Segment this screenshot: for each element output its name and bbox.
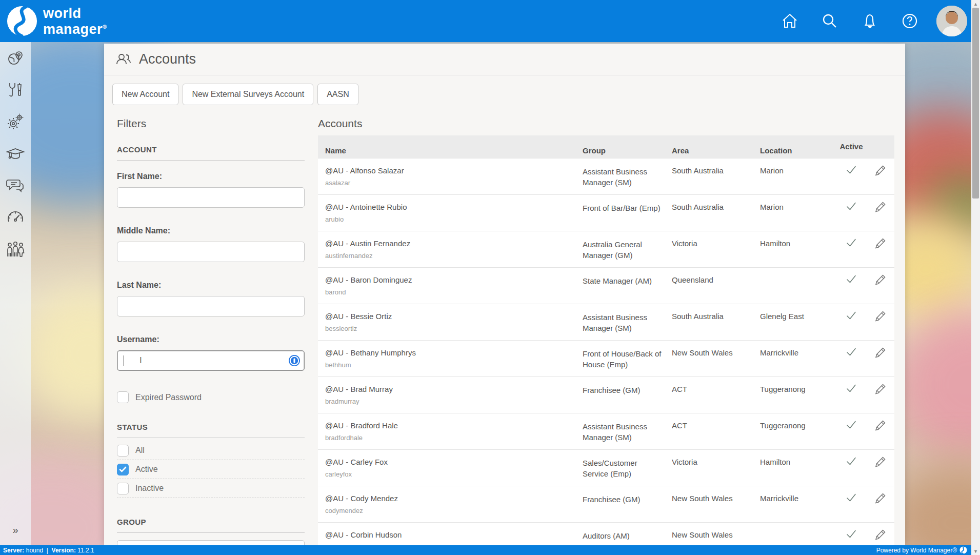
status-option-label: Active [135, 465, 158, 474]
edit-cell [867, 486, 894, 522]
sidebar-item-accounts[interactable] [0, 233, 31, 265]
powered-by[interactable]: Powered by World Manager® [876, 546, 967, 554]
notifications-icon[interactable] [861, 12, 878, 30]
edit-cell [867, 376, 894, 413]
edit-cell [867, 449, 894, 486]
home-icon[interactable] [781, 12, 798, 30]
filter-field-wrap [117, 181, 305, 208]
column-header-location: Location [754, 135, 836, 158]
account-name: @AU - Brad Murray [325, 385, 569, 393]
middlename-input[interactable] [117, 242, 305, 262]
account-location: Tuggeranong [754, 413, 836, 449]
filters-section-status: STATUS [117, 423, 305, 431]
sidebar-item-system-tools[interactable] [0, 74, 31, 106]
account-group: Assistant Business Manager (SM) [574, 304, 667, 340]
account-group: Franchisee (GM) [574, 376, 667, 413]
edit-pencil-icon[interactable] [875, 347, 886, 359]
sidebar-item-communication[interactable] [0, 169, 31, 201]
column-header-edit [867, 135, 894, 158]
edit-pencil-icon[interactable] [875, 420, 886, 432]
edit-pencil-icon[interactable] [875, 456, 886, 468]
column-header-active: Active [836, 135, 867, 158]
search-icon[interactable] [821, 12, 838, 30]
account-area: ACT [667, 376, 754, 413]
help-icon[interactable] [901, 12, 918, 30]
status-option-all[interactable]: All [117, 441, 305, 460]
account-area: Queensland [667, 267, 754, 304]
active-check-icon [836, 486, 867, 522]
scroll-up-arrow[interactable]: ▲ [971, 0, 980, 8]
edit-pencil-icon[interactable] [875, 201, 886, 213]
edit-pencil-icon[interactable] [875, 383, 886, 395]
status-option-label: Inactive [135, 484, 164, 493]
expired-password-checkbox[interactable]: Expired Password [117, 391, 305, 403]
edit-cell [867, 340, 894, 376]
sidebar-item-settings[interactable] [0, 106, 31, 137]
firstname-input[interactable] [117, 187, 305, 208]
column-header-name: Name [318, 135, 574, 158]
new-account-button[interactable]: New Account [112, 84, 178, 105]
edit-pencil-icon[interactable] [875, 274, 886, 286]
checkbox-icon[interactable] [117, 391, 129, 403]
account-row: @AU - Antoinette RubioarubioFront of Bar… [318, 194, 894, 231]
edit-pencil-icon[interactable] [875, 237, 886, 250]
account-group: Assistant Business Manager (SM) [574, 413, 667, 449]
lastname-input[interactable] [117, 296, 305, 316]
account-username: codymendez [325, 507, 569, 514]
account-row: @AU - Brad MurraybradmurrayFranchisee (G… [318, 376, 894, 413]
account-name-cell: @AU - Austin Fernandezaustinfernandez [318, 231, 574, 267]
account-name-cell: @AU - Cody Mendezcodymendez [318, 486, 574, 522]
new-external-surveys-account-button[interactable]: New External Surveys Account [183, 84, 313, 105]
scrollbar-thumb[interactable] [972, 8, 979, 199]
server-version-info: Server: hound | Version: 11.2.1 [3, 547, 94, 554]
account-name-cell: @AU - Corbin Hudson [318, 522, 574, 545]
account-name: @AU - Carley Fox [325, 458, 569, 466]
account-location [754, 522, 836, 545]
checkbox-checked-icon[interactable] [117, 464, 129, 475]
communication-icon [6, 177, 25, 193]
account-name: @AU - Cody Mendez [325, 494, 569, 503]
checkbox-icon[interactable] [117, 445, 129, 457]
filter-label-firstname: First Name: [117, 172, 305, 181]
edit-pencil-icon[interactable] [875, 492, 886, 505]
account-name: @AU - Austin Fernandez [325, 239, 569, 248]
account-username: bradmurray [325, 398, 569, 405]
edit-pencil-icon[interactable] [875, 165, 886, 177]
account-row: @AU - Alfonso SalazarasalazarAssistant B… [318, 158, 894, 194]
page-title: Accounts [139, 51, 196, 67]
sidebar-item-training[interactable] [0, 137, 31, 169]
password-manager-icon[interactable] [288, 354, 301, 367]
sidebar-expand-icon[interactable]: » [0, 524, 31, 536]
account-group: State Manager (AM) [574, 267, 667, 304]
account-location: Marion [754, 158, 836, 194]
group-select[interactable]: — Select Option — [117, 540, 305, 545]
status-bar: Server: hound | Version: 11.2.1 Powered … [0, 545, 971, 555]
edit-pencil-icon[interactable] [875, 310, 886, 323]
account-location [754, 267, 836, 304]
account-username: bessieortiz [325, 325, 569, 332]
aasn-button[interactable]: AASN [317, 84, 358, 105]
edit-cell [867, 413, 894, 449]
sidebar-item-international[interactable] [0, 42, 31, 74]
status-option-inactive[interactable]: Inactive [117, 479, 305, 498]
vertical-scrollbar[interactable]: ▲ ▼ [971, 0, 980, 555]
world-manager-logo[interactable]: world manager® [6, 5, 107, 37]
account-name: @AU - Bethany Humphrys [325, 348, 569, 357]
account-row: @AU - Corbin HudsonAuditors (AM)New Sout… [318, 522, 894, 545]
edit-cell [867, 231, 894, 267]
account-area: South Australia [667, 194, 754, 231]
ibeam-cursor: I [139, 356, 142, 365]
status-option-active[interactable]: Active [117, 460, 305, 479]
edit-cell [867, 158, 894, 194]
edit-pencil-icon[interactable] [875, 529, 886, 541]
system-tools-icon [7, 81, 24, 98]
settings-icon [7, 113, 24, 130]
account-username: arubio [325, 215, 569, 223]
account-row: @AU - Cody MendezcodymendezFranchisee (G… [318, 486, 894, 522]
scroll-down-arrow[interactable]: ▼ [971, 547, 980, 555]
user-avatar[interactable] [936, 6, 967, 36]
username-input[interactable] [117, 350, 305, 371]
checkbox-icon[interactable] [117, 483, 129, 494]
sidebar-item-performance[interactable] [0, 201, 31, 233]
world-manager-logo-icon [6, 5, 38, 37]
